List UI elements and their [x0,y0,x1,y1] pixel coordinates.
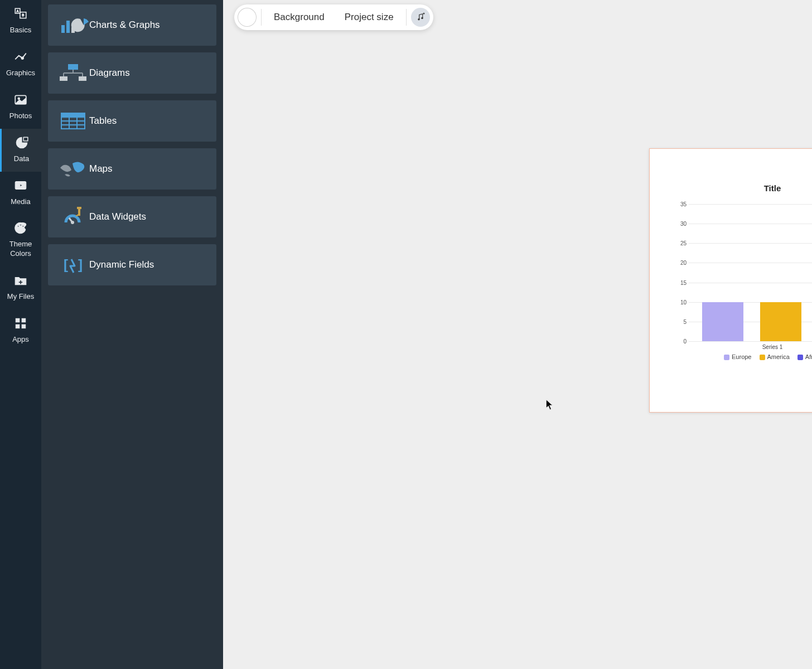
data-icon [14,135,29,150]
svg-point-37 [71,221,74,224]
category-charts-graphs[interactable]: Charts & Graphs [48,4,216,46]
legend-swatch [760,355,765,360]
bar-chart: 05101520253035Series 1 [672,204,812,349]
mouse-cursor-icon [545,399,553,410]
svg-text:[: [ [64,257,68,272]
y-tick-label: 15 [672,279,687,285]
toolbar-divider [261,9,262,26]
legend-swatch [798,355,803,360]
svg-point-4 [21,57,23,59]
rail-item-label: Basics [0,26,41,35]
rail-item-label: Media [0,197,41,207]
chart-title: Title [650,183,812,193]
category-tables[interactable]: Tables [48,100,216,142]
charts-graphs-icon [58,14,89,36]
media-icon [13,178,28,193]
canvas-area[interactable]: Background Project size Title 0510152025… [223,0,812,669]
svg-rect-29 [79,76,86,81]
svg-rect-21 [66,21,70,33]
svg-rect-39 [77,207,81,209]
basics-icon: A B [13,7,28,21]
project-size-button[interactable]: Project size [337,12,402,23]
svg-text:B: B [22,13,25,17]
category-label: Dynamic Fields [89,259,154,270]
legend-label: America [767,353,790,360]
svg-rect-23 [68,64,78,70]
toolbar-divider [406,9,407,26]
rail-item-media[interactable]: Media [0,172,41,215]
bar-america [760,302,801,341]
rail-item-graphics[interactable]: Graphics [0,43,41,86]
category-dynamic-fields[interactable]: [ ] Dynamic Fields [48,244,216,285]
dynamic-fields-icon: [ ] [58,254,89,276]
y-tick-label: 5 [672,318,687,324]
rail-item-label: Graphics [0,69,41,78]
category-panel: Charts & Graphs Diagrams [41,0,223,669]
x-axis-label: Series 1 [672,344,812,350]
svg-point-42 [418,18,419,20]
rail-item-label: My Files [0,292,41,302]
apps-icon [13,316,28,331]
legend-item: Africa [798,353,812,360]
y-tick-label: 30 [672,221,687,227]
palette-icon [13,221,28,235]
grid-line [689,341,812,342]
rail-item-label: Apps [0,335,41,345]
legend-label: Africa [805,353,812,360]
diagrams-icon [58,62,89,84]
y-tick-label: 25 [672,240,687,246]
legend-swatch [724,355,729,360]
bar-europe [702,302,743,341]
category-label: Charts & Graphs [89,20,160,31]
photos-icon [13,93,28,107]
svg-rect-19 [22,324,25,328]
svg-text:A: A [17,9,19,13]
svg-point-11 [17,226,19,227]
rail-item-theme-colors[interactable]: Theme Colors [0,214,41,266]
canvas-toolbar: Background Project size [234,4,433,30]
y-tick-label: 35 [672,201,687,207]
svg-rect-20 [61,25,65,33]
add-audio-button[interactable] [411,8,430,27]
svg-rect-28 [60,76,67,81]
rail-item-my-files[interactable]: My Files [0,266,41,309]
y-tick-label: 20 [672,260,687,266]
svg-point-12 [20,225,22,226]
category-data-widgets[interactable]: Data Widgets [48,196,216,237]
category-maps[interactable]: Maps [48,148,216,190]
category-label: Data Widgets [89,211,146,222]
background-button[interactable]: Background [266,12,332,23]
rail-item-apps[interactable]: Apps [0,309,41,352]
music-plus-icon [415,12,426,22]
category-diagrams[interactable]: Diagrams [48,52,216,94]
rail-item-data[interactable]: Data [0,129,41,172]
plot-area [689,204,812,341]
category-label: Diagrams [89,67,130,79]
rail-item-label: Data [2,154,41,164]
svg-point-13 [22,226,24,227]
chart-legend: EuropeAmericaAfrica [650,353,812,360]
svg-point-6 [18,98,20,99]
svg-text:]: ] [78,257,83,272]
legend-item: America [760,353,790,360]
tables-icon [58,110,89,132]
svg-rect-7 [23,137,28,141]
rail-item-photos[interactable]: Photos [0,86,41,129]
svg-point-43 [421,17,423,19]
background-color-swatch[interactable] [238,8,257,27]
category-label: Tables [89,115,117,127]
chart-card[interactable]: Title 05101520253035Series 1 EuropeAmeri… [649,148,812,413]
svg-rect-18 [16,324,19,328]
rail-item-basics[interactable]: A B Basics [0,0,41,43]
left-rail: A B Basics Graphics Photos Data [0,0,41,669]
category-label: Maps [89,163,113,174]
legend-item: Europe [724,353,751,360]
y-tick-label: 0 [672,338,687,345]
folder-plus-icon [13,273,28,288]
svg-rect-17 [22,318,25,322]
svg-rect-16 [16,318,19,322]
data-widgets-icon [58,206,89,228]
graphics-icon [13,50,28,64]
legend-label: Europe [732,353,751,360]
rail-item-label: Photos [0,112,41,121]
